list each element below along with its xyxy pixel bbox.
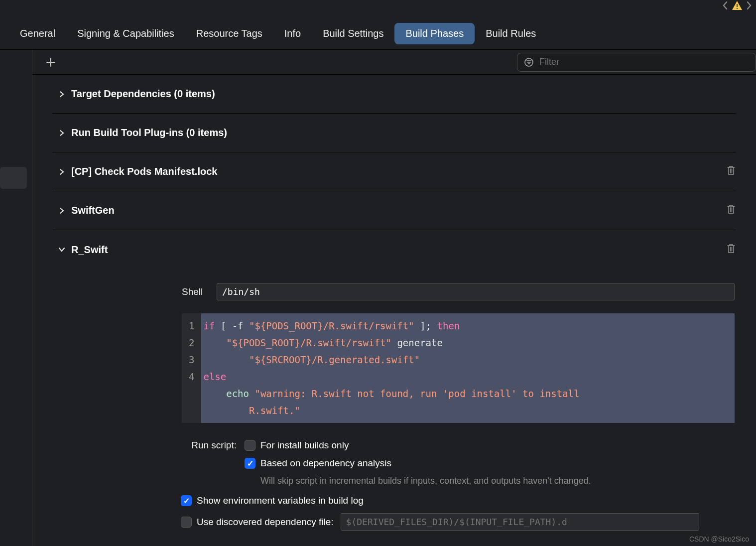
delete-phase-button[interactable] bbox=[726, 243, 736, 257]
phase-rswift-content: Shell 1234 if [ -f "${PODS_ROOT}/R.swift… bbox=[52, 283, 736, 546]
script-code[interactable]: if [ -f "${PODS_ROOT}/R.swift/rswift" ];… bbox=[201, 313, 735, 423]
phase-title: Run Build Tool Plug-ins (0 items) bbox=[71, 127, 227, 138]
warning-icon[interactable] bbox=[731, 0, 743, 11]
target-editor-tabs: General Signing & Capabilities Resource … bbox=[0, 18, 756, 50]
use-dep-file-checkbox[interactable] bbox=[181, 517, 192, 528]
issue-navigator-arrows[interactable] bbox=[721, 0, 753, 11]
shell-label: Shell bbox=[182, 286, 217, 297]
phase-title: R_Swift bbox=[71, 244, 108, 256]
phase-plugins[interactable]: Run Build Tool Plug-ins (0 items) bbox=[52, 114, 736, 152]
chevron-down-icon[interactable] bbox=[52, 246, 71, 253]
tab-signing[interactable]: Signing & Capabilities bbox=[66, 23, 185, 44]
phase-rswift[interactable]: R_Swift bbox=[52, 230, 736, 269]
install-only-checkbox[interactable] bbox=[245, 440, 255, 451]
chevron-right-icon[interactable] bbox=[52, 91, 71, 98]
svg-rect-1 bbox=[737, 8, 738, 9]
script-editor[interactable]: 1234 if [ -f "${PODS_ROOT}/R.swift/rswif… bbox=[182, 313, 735, 423]
svg-rect-0 bbox=[737, 4, 738, 7]
dependency-analysis-label: Based on dependency analysis bbox=[260, 458, 391, 469]
watermark: CSDN @Sico2Sico bbox=[689, 535, 749, 543]
show-env-checkbox[interactable] bbox=[181, 495, 192, 506]
phases-toolbar bbox=[32, 50, 756, 75]
delete-phase-button[interactable] bbox=[726, 204, 736, 217]
shell-input[interactable] bbox=[217, 283, 735, 300]
filter-icon bbox=[523, 57, 534, 68]
phase-swiftgen[interactable]: SwiftGen bbox=[52, 191, 736, 230]
dep-file-input[interactable] bbox=[341, 513, 699, 531]
phase-title: Target Dependencies (0 items) bbox=[71, 88, 215, 100]
chevron-right-icon[interactable] bbox=[52, 168, 71, 175]
chevron-right-icon[interactable] bbox=[52, 207, 71, 214]
tab-general[interactable]: General bbox=[9, 23, 66, 44]
phase-target-dependencies[interactable]: Target Dependencies (0 items) bbox=[52, 75, 736, 114]
tab-build-rules[interactable]: Build Rules bbox=[475, 23, 547, 44]
tab-resource-tags[interactable]: Resource Tags bbox=[185, 23, 273, 44]
filter-input[interactable] bbox=[539, 57, 750, 67]
install-only-label: For install builds only bbox=[260, 440, 349, 451]
filter-field[interactable] bbox=[517, 53, 756, 72]
targets-sidebar bbox=[0, 50, 32, 546]
phase-check-pods[interactable]: [CP] Check Pods Manifest.lock bbox=[52, 152, 736, 191]
selected-target[interactable] bbox=[0, 167, 27, 189]
phase-title: [CP] Check Pods Manifest.lock bbox=[71, 166, 217, 177]
delete-phase-button[interactable] bbox=[726, 165, 736, 178]
use-dep-file-label: Use discovered dependency file: bbox=[197, 517, 334, 528]
chevron-right-icon[interactable] bbox=[52, 130, 71, 136]
plus-icon bbox=[45, 57, 56, 68]
dependency-analysis-hint: Will skip script in incremental builds i… bbox=[260, 476, 736, 486]
line-gutter: 1234 bbox=[182, 313, 201, 423]
chevron-left-icon[interactable] bbox=[721, 0, 729, 11]
dependency-analysis-checkbox[interactable] bbox=[245, 458, 255, 469]
tab-build-phases[interactable]: Build Phases bbox=[394, 23, 475, 44]
run-script-label: Run script: bbox=[181, 440, 245, 451]
tab-build-settings[interactable]: Build Settings bbox=[312, 23, 394, 44]
phase-title: SwiftGen bbox=[71, 205, 115, 216]
tab-info[interactable]: Info bbox=[273, 23, 312, 44]
chevron-right-icon[interactable] bbox=[745, 0, 753, 11]
show-env-label: Show environment variables in build log bbox=[197, 495, 364, 506]
add-phase-button[interactable] bbox=[43, 55, 58, 70]
